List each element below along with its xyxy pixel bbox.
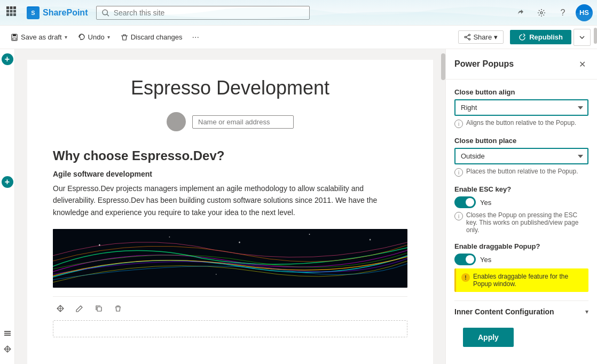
enable-esc-label: Enable ESC key?	[454, 185, 588, 193]
add-section-button-top[interactable]: +	[2, 53, 13, 65]
svg-point-17	[465, 36, 466, 38]
save-draft-button[interactable]: Save as draft ▾	[6, 31, 72, 43]
right-panel-header: Power Popups ✕	[446, 49, 597, 80]
info-icon-draggable: !	[461, 273, 470, 282]
close-button-place-hint: i Places the button relative to the Popu…	[454, 168, 588, 177]
left-tool-layers[interactable]	[1, 327, 14, 339]
save-draft-chevron: ▾	[65, 34, 67, 40]
content-scrollbar-track[interactable]	[441, 49, 445, 364]
close-button-place-group: Close button place Outside Inside i Plac…	[454, 137, 588, 177]
toggle-knob-draggable	[466, 255, 474, 264]
undo-icon	[78, 34, 85, 41]
svg-point-16	[469, 38, 470, 40]
svg-rect-13	[13, 34, 16, 36]
hero-image	[53, 229, 407, 288]
svg-point-27	[169, 236, 170, 238]
inner-content-toggle[interactable]: Inner Content Configuration ▾	[454, 300, 588, 322]
hint-text-place: Places the button relative to the Popup.	[466, 168, 578, 175]
toggle-knob-esc	[466, 198, 474, 207]
inner-content-label: Inner Content Configuration	[454, 307, 554, 316]
svg-line-19	[466, 37, 469, 39]
republish-button[interactable]: Republish	[510, 30, 571, 44]
add-section-button-mid[interactable]: +	[2, 176, 13, 188]
close-button-align-select[interactable]: Right Left Center	[454, 99, 588, 116]
right-panel-footer: Apply	[446, 328, 597, 364]
save-draft-label: Save as draft	[21, 33, 62, 41]
right-panel-body: Close button align Right Left Center i A…	[446, 80, 597, 328]
main-layout: + + Espresso Development	[0, 49, 597, 364]
svg-point-30	[370, 239, 371, 241]
placeholder-bar	[53, 320, 407, 337]
author-avatar	[167, 112, 186, 131]
close-button-align-hint: i Aligns the button relative to the Popu…	[454, 119, 588, 128]
content-area: Espresso Development Why choose Espresso…	[15, 49, 445, 364]
enable-draggable-toggle[interactable]	[454, 254, 476, 265]
top-navigation: S SharePoint ? HS	[0, 0, 597, 26]
right-panel-title: Power Popups	[454, 59, 514, 69]
discard-button[interactable]: Discard changes	[116, 31, 187, 43]
enable-esc-toggle-label: Yes	[480, 199, 491, 207]
wave-decoration	[0, 0, 597, 26]
enable-esc-hint: i Closes the Popup on pressing the ESC k…	[454, 211, 588, 234]
collapse-button[interactable]	[574, 29, 591, 46]
hint-icon-place: i	[454, 168, 463, 177]
right-panel: Power Popups ✕ Close button align Right …	[445, 49, 597, 364]
svg-point-31	[216, 274, 217, 275]
svg-point-28	[239, 242, 240, 243]
close-button-place-label: Close button place	[454, 137, 588, 145]
move-edit-button[interactable]	[53, 301, 68, 316]
more-options-button[interactable]: ···	[189, 30, 202, 44]
discard-label: Discard changes	[131, 33, 183, 41]
share-chevron: ▾	[494, 33, 498, 41]
section1-subheading: Agile software development	[53, 170, 407, 178]
share-icon	[464, 34, 471, 41]
svg-point-29	[309, 234, 310, 235]
right-panel-scrollbar	[594, 49, 597, 364]
enable-draggable-label: Enable draggable Popup?	[454, 242, 588, 250]
edit-toolbar	[53, 296, 407, 320]
enable-esc-group: Enable ESC key? Yes i Closes the Popup o…	[454, 185, 588, 234]
republish-icon	[519, 34, 526, 41]
svg-rect-20	[4, 331, 11, 332]
hint-icon-align: i	[454, 120, 463, 128]
undo-chevron: ▾	[107, 34, 110, 40]
svg-point-23	[174, 118, 178, 122]
inner-content-chevron-icon: ▾	[585, 308, 588, 315]
enable-draggable-toggle-label: Yes	[480, 256, 491, 264]
close-button-place-select[interactable]: Outside Inside	[454, 148, 588, 164]
svg-point-26	[99, 244, 100, 246]
enable-esc-toggle-row: Yes	[454, 196, 588, 208]
svg-line-18	[466, 35, 469, 37]
svg-rect-14	[13, 38, 16, 40]
hint-text-esc: Closes the Popup on pressing the ESC key…	[466, 211, 588, 234]
section1-text: Our Espresso.Dev projects managers imple…	[53, 183, 407, 218]
delete-edit-button[interactable]	[111, 301, 125, 316]
left-sidebar: + +	[0, 49, 15, 364]
page-title: Espresso Development	[53, 77, 407, 99]
undo-label: Undo	[88, 33, 105, 41]
hint-icon-esc: i	[454, 212, 463, 220]
hint-text-align: Aligns the button relative to the Popup.	[466, 119, 576, 126]
section1-heading: Why choose Espresso.Dev?	[53, 148, 407, 163]
enable-draggable-group: Enable draggable Popup? Yes ! Enables dr…	[454, 242, 588, 292]
svg-rect-32	[97, 307, 101, 311]
left-tool-move[interactable]	[1, 343, 14, 355]
close-button-align-label: Close button align	[454, 88, 588, 96]
undo-button[interactable]: Undo ▾	[74, 31, 114, 43]
page-toolbar: Save as draft ▾ Undo ▾ Discard changes ·…	[0, 26, 597, 49]
duplicate-edit-button[interactable]	[91, 301, 106, 316]
share-label: Share	[473, 33, 492, 41]
discard-icon	[121, 34, 128, 41]
share-button[interactable]: Share ▾	[458, 30, 504, 44]
enable-esc-toggle[interactable]	[454, 196, 476, 208]
pen-edit-button[interactable]	[72, 301, 87, 316]
svg-rect-22	[4, 335, 11, 336]
draggable-hint-text: Enables draggable feature for the Popup …	[473, 273, 583, 288]
save-icon	[11, 34, 18, 41]
author-row	[53, 112, 407, 131]
hero-image-svg	[53, 229, 407, 288]
right-panel-close-button[interactable]: ✕	[576, 58, 588, 70]
author-input[interactable]	[192, 115, 294, 129]
apply-button[interactable]: Apply	[463, 328, 514, 347]
content-scroll-area: Espresso Development Why choose Espresso…	[15, 49, 445, 364]
